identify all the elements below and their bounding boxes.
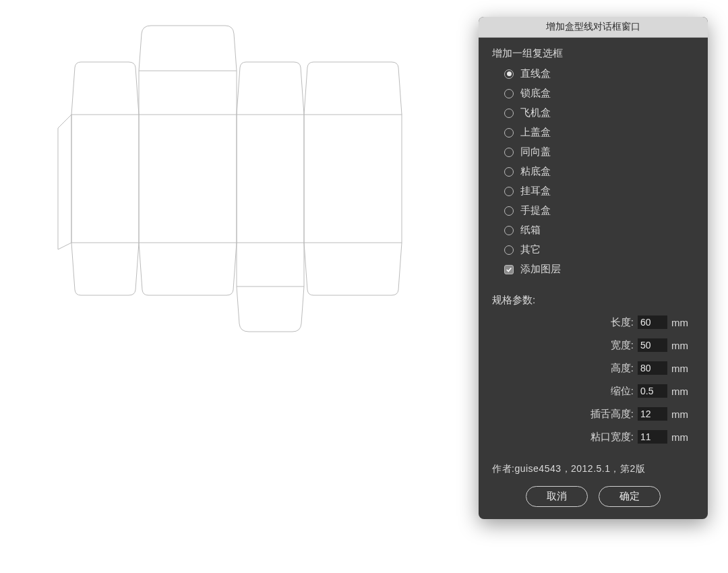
radio-icon (504, 226, 514, 235)
radio-label: 纸箱 (520, 224, 541, 237)
radio-label: 粘底盒 (520, 165, 551, 178)
radio-straight-box[interactable]: 直线盒 (492, 64, 694, 84)
radio-glue-bottom-box[interactable]: 粘底盒 (492, 162, 694, 181)
radio-label: 上盖盒 (520, 126, 551, 139)
param-label: 插舌高度: (590, 408, 634, 421)
radio-label: 飞机盒 (520, 107, 551, 119)
group-label: 增加一组复选框 (492, 47, 694, 60)
param-label: 高度: (611, 362, 634, 375)
radio-icon (504, 109, 514, 118)
radio-icon (504, 245, 514, 255)
checkbox-icon (504, 265, 514, 274)
radio-label: 手提盒 (520, 204, 551, 217)
svg-rect-2 (237, 115, 304, 243)
param-unit: mm (671, 317, 694, 328)
param-tongue-height: 插舌高度: mm (492, 402, 694, 425)
param-shrink: 缩位: mm (492, 380, 694, 402)
radio-label: 直线盒 (520, 67, 551, 80)
checkbox-add-layer[interactable]: 添加图层 (492, 260, 694, 279)
cancel-button[interactable]: 取消 (526, 486, 588, 507)
author-line: 作者:guise4543，2012.5.1，第2版 (492, 463, 694, 475)
length-input[interactable] (638, 315, 667, 329)
radio-top-lid-box[interactable]: 上盖盒 (492, 123, 694, 142)
shrink-input[interactable] (638, 384, 667, 398)
param-glue-width: 粘口宽度: mm (492, 425, 694, 448)
radio-label: 其它 (520, 243, 541, 256)
param-unit: mm (671, 431, 694, 443)
box-dieline (51, 13, 442, 357)
radio-airplane-box[interactable]: 飞机盒 (492, 103, 694, 123)
params-label: 规格参数: (492, 294, 694, 307)
param-length: 长度: mm (492, 311, 694, 334)
radio-same-direction-lid[interactable]: 同向盖 (492, 142, 694, 162)
param-unit: mm (671, 340, 694, 351)
param-label: 宽度: (611, 339, 634, 352)
radio-other[interactable]: 其它 (492, 240, 694, 260)
svg-rect-1 (139, 115, 237, 243)
param-unit: mm (671, 363, 694, 374)
radio-icon (504, 128, 514, 138)
box-dialog: 增加盒型线对话框窗口 增加一组复选框 直线盒 锁底盒 飞机盒 上盖盒 同向盖 粘… (479, 17, 708, 519)
radio-label: 锁底盒 (520, 87, 551, 100)
radio-hanging-ear-box[interactable]: 挂耳盒 (492, 181, 694, 201)
radio-lock-bottom-box[interactable]: 锁底盒 (492, 84, 694, 103)
param-label: 粘口宽度: (590, 431, 634, 444)
height-input[interactable] (638, 361, 667, 375)
width-input[interactable] (638, 338, 667, 352)
ok-button[interactable]: 确定 (599, 486, 661, 507)
glue-width-input[interactable] (638, 430, 667, 444)
radio-icon (504, 148, 514, 157)
param-unit: mm (671, 386, 694, 397)
tongue-height-input[interactable] (638, 407, 667, 421)
radio-icon (504, 69, 514, 79)
radio-icon (504, 206, 514, 216)
canvas-area (0, 0, 472, 573)
svg-rect-0 (71, 115, 139, 243)
svg-rect-3 (304, 115, 402, 243)
radio-icon (504, 167, 514, 177)
radio-icon (504, 89, 514, 98)
param-unit: mm (671, 409, 694, 420)
radio-carton[interactable]: 纸箱 (492, 220, 694, 240)
radio-label: 同向盖 (520, 146, 551, 158)
param-width: 宽度: mm (492, 334, 694, 357)
radio-label: 挂耳盒 (520, 185, 551, 198)
radio-handbag-box[interactable]: 手提盒 (492, 201, 694, 220)
checkbox-label: 添加图层 (520, 263, 561, 276)
radio-icon (504, 187, 514, 196)
param-label: 缩位: (611, 385, 634, 398)
dialog-title: 增加盒型线对话框窗口 (479, 17, 708, 38)
param-height: 高度: mm (492, 357, 694, 380)
param-label: 长度: (611, 316, 634, 329)
